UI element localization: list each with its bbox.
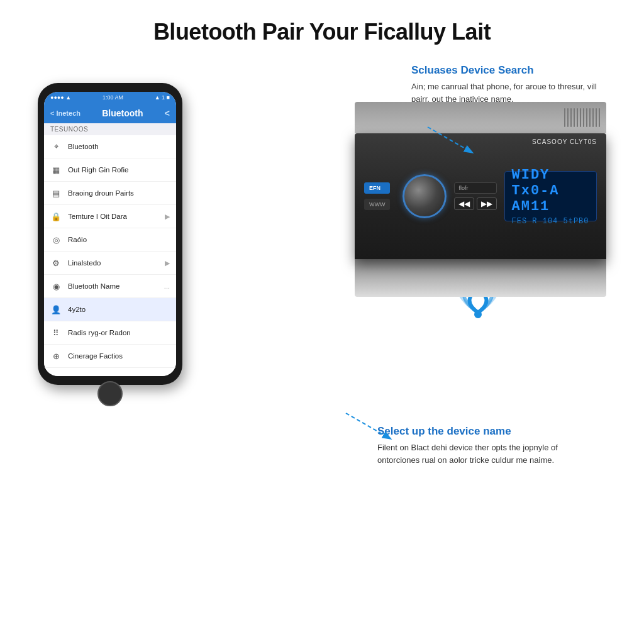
- radio-display: WIDY Tx0-A AM11 FES R 104 5tPB0: [504, 171, 597, 221]
- menu-item-9[interactable]: ⠿ Radis ryg-or Radon: [44, 321, 176, 345]
- vent-line: [583, 108, 584, 127]
- status-right: ▲ 1 ■: [155, 94, 170, 101]
- status-left: ●●●● ▲: [50, 94, 71, 101]
- arrow-icon: ▶: [165, 259, 170, 267]
- menu-item-2[interactable]: ▦ Out Righ Gin Rofie: [44, 158, 176, 182]
- menu-item-5[interactable]: ◎ Raóio: [44, 228, 176, 252]
- bluetooth-icon: ⌖: [50, 141, 62, 152]
- menu-label: Bluetooth: [68, 143, 170, 150]
- circle2-icon: ⊕: [50, 350, 62, 362]
- menu-label: 4y2to: [68, 306, 170, 313]
- btn-flotr[interactable]: flofr: [454, 182, 497, 194]
- radio-reflection: [355, 259, 606, 297]
- phone-screen: ●●●● ▲ 1:00 AM ▲ 1 ■ < Inetech Bluetooth…: [44, 92, 176, 376]
- svg-point-0: [474, 311, 482, 318]
- phone-status-bar: ●●●● ▲ 1:00 AM ▲ 1 ■: [44, 92, 176, 103]
- location-icon: ◉: [50, 280, 62, 292]
- vent-line: [567, 108, 569, 127]
- settings-icon: ⚙: [50, 257, 62, 269]
- radio-display-line1: WIDY Tx0-A AM11: [511, 167, 590, 214]
- radio-brand: SCASOOY CLYT0S: [532, 138, 597, 145]
- vent-lines: [564, 108, 600, 127]
- grid2-icon: ▤: [50, 187, 62, 199]
- menu-item-bluetooth[interactable]: ⌖ Bluetooth: [44, 135, 176, 158]
- phone-container: ●●●● ▲ 1:00 AM ▲ 1 ■ < Inetech Bluetooth…: [25, 83, 201, 385]
- page-title: Bluetooth Pair Your Ficalluy Lait: [0, 0, 644, 58]
- vent-line: [586, 108, 587, 127]
- menu-item-7[interactable]: ◉ Bluetooth Name ...: [44, 275, 176, 298]
- vent-line: [577, 108, 578, 127]
- radio-left-buttons: EFN WWW: [364, 182, 390, 210]
- right-content: Scluases Device Search Ain; me canrual t…: [214, 64, 619, 542]
- arrow-icon: ▶: [165, 213, 170, 221]
- annotation-bottom: Select up the device name Filent on Blac…: [377, 425, 591, 467]
- annotation-bottom-text: Filent on Blact dehi device ther opts th…: [377, 441, 591, 467]
- menu-item-6[interactable]: ⚙ Linalstedo ▶: [44, 252, 176, 275]
- radio-top-panel: [355, 102, 606, 133]
- annotation-top: Scluases Device Search Ain; me canrual t…: [411, 64, 613, 106]
- phone-nav-bar: < Inetech Bluetooth <: [44, 103, 176, 123]
- menu-label: Temture I Oit Dara: [68, 213, 158, 220]
- menu-item-10[interactable]: ⊕ Cinerage Factios: [44, 345, 176, 368]
- playback-buttons: ◀◀ ▶▶: [454, 197, 497, 210]
- status-center: 1:00 AM: [103, 94, 123, 101]
- menu-label: Cinerage Factios: [68, 352, 170, 360]
- person-icon: 👤: [50, 304, 62, 315]
- annotation-top-title: Scluases Device Search: [411, 64, 613, 77]
- radio-mid-buttons: flofr ◀◀ ▶▶: [454, 182, 497, 210]
- phone-menu-list: ⌖ Bluetooth ▦ Out Righ Gin Rofie ▤ Braoi…: [44, 135, 176, 376]
- menu-label: Raóio: [68, 236, 170, 243]
- lock-icon: 🔒: [50, 211, 62, 222]
- main-content: ●●●● ▲ 1:00 AM ▲ 1 ■ < Inetech Bluetooth…: [0, 58, 644, 599]
- btn-www[interactable]: WWW: [364, 199, 390, 210]
- nav-title: Bluetooth: [102, 108, 143, 118]
- phone-section-header: TESUNOOS: [44, 123, 176, 135]
- car-radio: SCASOOY CLYT0S EFN WWW flofr ◀◀ ▶▶ WIDY …: [355, 102, 619, 303]
- radio-display-line2: FES R 104 5tPB0: [511, 217, 590, 226]
- vent-line: [570, 108, 572, 127]
- phone-mockup: ●●●● ▲ 1:00 AM ▲ 1 ■ < Inetech Bluetooth…: [38, 83, 182, 385]
- vent-line: [574, 108, 575, 127]
- menu-label: Bluetooth Name: [68, 282, 158, 290]
- next-button[interactable]: ▶▶: [477, 197, 497, 210]
- menu-item-8-highlighted[interactable]: 👤 4y2to: [44, 298, 176, 321]
- vent-line: [589, 108, 591, 127]
- menu-item-4[interactable]: 🔒 Temture I Oit Dara ▶: [44, 205, 176, 228]
- nav-forward[interactable]: <: [165, 108, 170, 118]
- btn-efn[interactable]: EFN: [364, 182, 390, 194]
- phone-home-button[interactable]: [97, 381, 123, 406]
- vent-line: [599, 108, 600, 127]
- vent-line: [596, 108, 597, 127]
- vent-line: [580, 108, 581, 127]
- radio-body: SCASOOY CLYT0S EFN WWW flofr ◀◀ ▶▶ WIDY …: [355, 133, 606, 259]
- menu-label: Out Righ Gin Rofie: [68, 166, 170, 174]
- more-icon: ...: [164, 282, 170, 290]
- menu-item-3[interactable]: ▤ Braoing droun Pairts: [44, 182, 176, 205]
- menu-label: Braoing droun Pairts: [68, 189, 170, 197]
- menu-label: Radis ryg-or Radon: [68, 329, 170, 336]
- circle-icon: ◎: [50, 234, 62, 245]
- vent-line: [592, 108, 594, 127]
- vent-line: [564, 108, 565, 127]
- grid3-icon: ⠿: [50, 327, 62, 338]
- nav-back[interactable]: < Inetech: [50, 109, 80, 117]
- grid-icon: ▦: [50, 164, 62, 175]
- menu-label: Linalstedo: [68, 259, 158, 267]
- radio-knob[interactable]: [402, 174, 447, 218]
- annotation-bottom-title: Select up the device name: [377, 425, 591, 438]
- prev-button[interactable]: ◀◀: [454, 197, 474, 210]
